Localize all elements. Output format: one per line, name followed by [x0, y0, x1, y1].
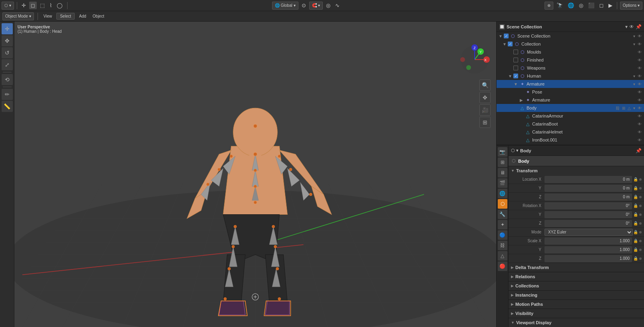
outliner-filter-btn[interactable]: ▾: [625, 24, 628, 30]
scale-y-lock[interactable]: 🔒: [633, 247, 638, 252]
tree-item-catarina-boot[interactable]: △ CatarinaBoot 👁: [497, 120, 644, 128]
viewport-shade-7[interactable]: ▶: [607, 2, 614, 9]
viewport-shade-3[interactable]: 🌐: [566, 2, 576, 9]
prop-pin-btn[interactable]: 📌: [636, 148, 642, 154]
prop-object-icon[interactable]: ⬡: [498, 199, 507, 209]
prop-physics-icon[interactable]: 🔵: [498, 230, 507, 240]
mode-lock[interactable]: 🔒: [633, 230, 638, 234]
tree-item-catarina-armour[interactable]: △ CatarinaArmour 👁: [497, 112, 644, 120]
rotation-x-lock[interactable]: 🔒: [633, 203, 638, 208]
location-y-lock[interactable]: 🔒: [633, 186, 638, 190]
collections-toggle[interactable]: ▶ Collections: [509, 281, 644, 290]
annotate-tool[interactable]: ✏: [2, 89, 13, 100]
prop-output-icon[interactable]: ⊞: [498, 158, 507, 167]
prop-world-icon[interactable]: 🌐: [498, 189, 507, 198]
moulds-check[interactable]: [513, 50, 518, 54]
pan-btn[interactable]: ✥: [479, 92, 491, 103]
rotation-z-input[interactable]: [545, 220, 632, 227]
viewport-shade-2[interactable]: 🔭: [555, 2, 564, 9]
tree-item-iron-boot[interactable]: △ IronBoot.001 👁: [497, 136, 644, 144]
tree-item-catarina-helmet[interactable]: △ CatarinaHelmet 👁: [497, 128, 644, 136]
tree-item-collection[interactable]: ▼ ✓ ⬡ Collection ▾ 👁: [497, 40, 644, 48]
rotation-y-lock[interactable]: 🔒: [633, 212, 638, 217]
global-transform-btn[interactable]: 🌐 Global ▾: [272, 2, 298, 10]
viewport[interactable]: User Perspective (1) Human | Body : Head: [14, 22, 496, 327]
prop-modifier-icon[interactable]: 🔧: [498, 209, 507, 219]
viewport-shade-6[interactable]: ◻: [598, 2, 605, 9]
collection-check[interactable]: ✓: [508, 42, 513, 46]
motion-paths-toggle[interactable]: ▶ Motion Paths: [509, 300, 644, 309]
viewport-shade-1[interactable]: ⊕: [545, 2, 553, 10]
grease-btn[interactable]: ∿: [334, 2, 341, 9]
location-z-lock[interactable]: 🔒: [633, 195, 638, 199]
scale-tool[interactable]: ⤢: [2, 59, 13, 70]
object-mode-btn[interactable]: Object Mode ▾: [2, 12, 34, 20]
location-x-lock[interactable]: 🔒: [633, 177, 638, 181]
visibility-toggle[interactable]: ▶ Visibility: [509, 309, 644, 318]
prop-data-icon[interactable]: △: [498, 251, 507, 261]
scale-x-input[interactable]: [545, 237, 632, 245]
move-tool[interactable]: ✥: [2, 35, 13, 46]
viewport-shade-5[interactable]: ⬛: [586, 2, 596, 9]
tree-item-armature-sub[interactable]: ▶ ✦ Armature 👁: [497, 96, 644, 104]
snap-btn[interactable]: 🧲 ▾: [309, 2, 323, 10]
outliner-pin-btn[interactable]: 📌: [636, 24, 642, 30]
instancing-toggle[interactable]: ▶ Instancing: [509, 291, 644, 299]
prop-particles-icon[interactable]: ✦: [498, 220, 507, 229]
tree-item-human[interactable]: ▼ ✓ ⬡ Human ▾ 👁: [497, 72, 644, 80]
zoom-out-btn[interactable]: 🎥: [479, 104, 491, 116]
viewport-gizmo[interactable]: X Y Z: [459, 44, 491, 76]
tree-item-finished[interactable]: ⬡ Finished 👁: [497, 56, 644, 64]
select-menu-btn[interactable]: Select: [56, 13, 75, 20]
prop-material-icon[interactable]: 🔴: [498, 261, 507, 271]
prop-view-icon[interactable]: 🖥: [498, 168, 507, 177]
transform-section-toggle[interactable]: ▼ Transform: [509, 166, 644, 175]
select-tool-btn[interactable]: ◻: [29, 2, 37, 9]
tree-item-pose[interactable]: ✦ Pose 👁: [497, 88, 644, 96]
object-menu-btn[interactable]: Object: [91, 13, 106, 19]
outliner-content[interactable]: ▼ ✓ ⬡ Scene Collection ▾ 👁 ▼ ✓ ⬡ Collect…: [497, 32, 644, 145]
finished-check[interactable]: [513, 58, 518, 62]
tree-item-moulds[interactable]: ⬡ Moulds 👁: [497, 48, 644, 56]
location-z-input[interactable]: [545, 193, 632, 201]
tree-item-armature-main[interactable]: ▼ ✦ Armature ▾ 👁: [497, 80, 644, 88]
rotate-tool[interactable]: ↺: [2, 47, 13, 58]
location-x-input[interactable]: [545, 176, 632, 183]
viewport-display-toggle[interactable]: ▼ Viewport Display: [509, 318, 644, 327]
delta-transform-toggle[interactable]: ▶ Delta Transform: [509, 263, 644, 272]
tree-item-scene-collection[interactable]: ▼ ✓ ⬡ Scene Collection ▾ 👁: [497, 32, 644, 40]
location-y-input[interactable]: [545, 185, 632, 192]
add-menu-btn[interactable]: Add: [77, 13, 88, 19]
transform-tool[interactable]: ⟲: [2, 74, 13, 85]
human-check[interactable]: ✓: [513, 74, 518, 78]
mode-dropdown[interactable]: XYZ Euler: [545, 229, 633, 236]
measure-tool[interactable]: 📏: [2, 101, 13, 112]
relations-toggle[interactable]: ▶ Relations: [509, 272, 644, 281]
box-select-btn[interactable]: ⬚: [38, 2, 46, 9]
prop-constraints-icon[interactable]: ⛓: [498, 241, 507, 250]
prop-render-icon[interactable]: 📷: [498, 147, 507, 157]
prop-scene-icon[interactable]: 🎬: [498, 178, 507, 188]
rotation-x-input[interactable]: [545, 202, 632, 209]
rotation-z-lock[interactable]: 🔒: [633, 221, 638, 225]
cursor-tool[interactable]: ✛: [2, 23, 13, 34]
scale-z-input[interactable]: [545, 255, 632, 262]
zoom-in-btn[interactable]: 🔍: [479, 80, 491, 91]
scale-x-lock[interactable]: 🔒: [633, 239, 638, 243]
scale-y-input[interactable]: [545, 246, 632, 253]
lasso-select-btn[interactable]: ⌇: [48, 2, 54, 9]
weapons-check[interactable]: [513, 66, 518, 70]
tree-item-weapons[interactable]: ⬡ Weapons 👁: [497, 64, 644, 72]
circle-select-btn[interactable]: ◯: [55, 2, 64, 9]
proportional2-btn[interactable]: ◎: [324, 2, 332, 9]
rotation-y-input[interactable]: [545, 211, 632, 218]
obj-name-input[interactable]: [518, 159, 641, 164]
viewport-shade-4[interactable]: ◎: [577, 2, 585, 9]
tree-item-body[interactable]: △ Body ⛓ ⊞ △ ▾ 👁: [497, 104, 644, 112]
mode-selector[interactable]: ⬡ ▾: [2, 2, 14, 10]
proportional-edit-btn[interactable]: ⊙: [300, 2, 308, 9]
camera-btn[interactable]: ⊞: [479, 117, 491, 128]
scale-z-lock[interactable]: 🔒: [633, 256, 638, 261]
view-menu-btn[interactable]: View: [42, 13, 54, 19]
options-btn[interactable]: Options ▾: [620, 2, 642, 10]
